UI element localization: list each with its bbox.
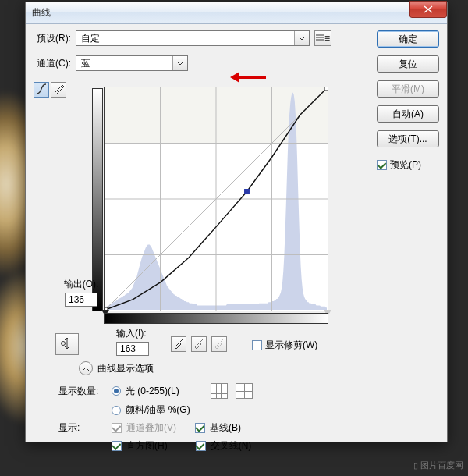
output-label: 输出(O): — [58, 278, 104, 291]
input-label: 输入(I): — [116, 327, 171, 340]
baseline-checkbox[interactable] — [195, 423, 205, 433]
watermark: ▯ 图片百度网 — [413, 460, 463, 471]
options-button[interactable]: 选项(T)... — [377, 130, 439, 147]
reset-button[interactable]: 复位 — [377, 55, 439, 73]
show-label: 显示: — [58, 421, 107, 435]
radio-light[interactable] — [112, 386, 121, 396]
ok-button[interactable]: 确定 — [377, 30, 439, 48]
disclosure-toggle[interactable] — [79, 361, 93, 375]
output-input[interactable] — [65, 293, 98, 307]
channel-label: 通道(C): — [37, 57, 71, 70]
baseline-label: 基线(B) — [210, 421, 241, 435]
preset-label: 预设(R): — [37, 32, 71, 45]
white-eyedropper[interactable] — [211, 336, 227, 352]
preview-checkbox[interactable] — [377, 160, 387, 170]
show-clipping-row: 显示修剪(W) — [252, 339, 317, 352]
eyedropper-icon — [193, 338, 204, 351]
preset-menu-button[interactable]: ≡ — [314, 30, 332, 46]
histogram-checkbox[interactable] — [112, 441, 122, 451]
intersection-label: 交叉线(N) — [211, 439, 252, 453]
curve-mode-toolbar — [34, 82, 66, 98]
display-amount-label: 显示数量: — [58, 385, 107, 398]
titlebar[interactable]: 曲线 — [26, 2, 447, 24]
on-image-adjust-tool[interactable] — [55, 333, 79, 355]
channel-overlay-checkbox — [112, 423, 122, 433]
preset-combo[interactable]: 自定 — [76, 30, 310, 46]
input-input[interactable] — [116, 342, 149, 356]
intersection-checkbox[interactable] — [196, 441, 206, 451]
svg-point-12 — [62, 341, 66, 345]
grid-large-button[interactable] — [236, 383, 253, 399]
menu-icon: ≡ — [316, 33, 330, 44]
disclosure-label: 曲线显示选项 — [98, 362, 154, 375]
disclosure-row: 曲线显示选项 — [79, 361, 154, 375]
curve-graph[interactable] — [104, 87, 328, 311]
radio-light-label: 光 (0-255)(L) — [126, 385, 179, 398]
right-button-panel: 确定 复位 平滑(M) 自动(A) 选项(T)... 预览(P) — [377, 30, 439, 172]
input-gradient — [104, 313, 328, 324]
hand-arrows-icon — [60, 336, 74, 353]
chevron-down-icon — [172, 56, 187, 70]
channel-combo[interactable]: 蓝 — [76, 55, 188, 71]
pencil-icon — [53, 83, 64, 97]
display-options-group: 显示数量: 光 (0-255)(L) 颜料/油墨 %(G) 显示: 通道叠加(V… — [58, 383, 361, 457]
auto-button[interactable]: 自动(A) — [377, 105, 439, 123]
chevron-up-icon — [83, 363, 89, 374]
curves-dialog: 曲线 预设(R): 自定 ≡ 通道(C): — [25, 2, 448, 442]
divider — [182, 368, 353, 368]
window-title: 曲线 — [32, 6, 51, 20]
chevron-down-icon — [294, 31, 309, 45]
svg-rect-10 — [324, 87, 328, 91]
close-icon — [424, 5, 433, 13]
curve-icon — [36, 83, 47, 97]
radio-pigment-label: 颜料/油墨 %(G) — [126, 403, 190, 417]
smooth-button: 平滑(M) — [377, 80, 439, 98]
preview-label: 预览(P) — [390, 158, 421, 172]
channel-value: 蓝 — [76, 57, 172, 70]
output-field-group: 输出(O): — [58, 278, 104, 307]
svg-rect-11 — [245, 190, 250, 194]
black-eyedropper[interactable] — [171, 336, 186, 352]
grid-small-button[interactable] — [211, 383, 228, 399]
eyedropper-icon — [173, 338, 184, 351]
eyedropper-group — [171, 336, 227, 352]
annotation-arrow — [230, 71, 266, 83]
curve-pencil-tool[interactable] — [51, 82, 66, 98]
show-clipping-checkbox[interactable] — [252, 340, 262, 350]
radio-pigment[interactable] — [112, 406, 121, 415]
preset-value: 自定 — [76, 32, 294, 45]
channel-overlay-label: 通道叠加(V) — [126, 421, 176, 435]
histogram-label: 直方图(H) — [126, 439, 168, 453]
curve-point-tool[interactable] — [34, 82, 49, 98]
show-clipping-label: 显示修剪(W) — [265, 339, 317, 352]
close-button[interactable] — [410, 1, 447, 18]
gray-eyedropper[interactable] — [191, 336, 207, 352]
eyedropper-icon — [214, 338, 225, 351]
input-field-group: 输入(I): — [116, 327, 171, 356]
